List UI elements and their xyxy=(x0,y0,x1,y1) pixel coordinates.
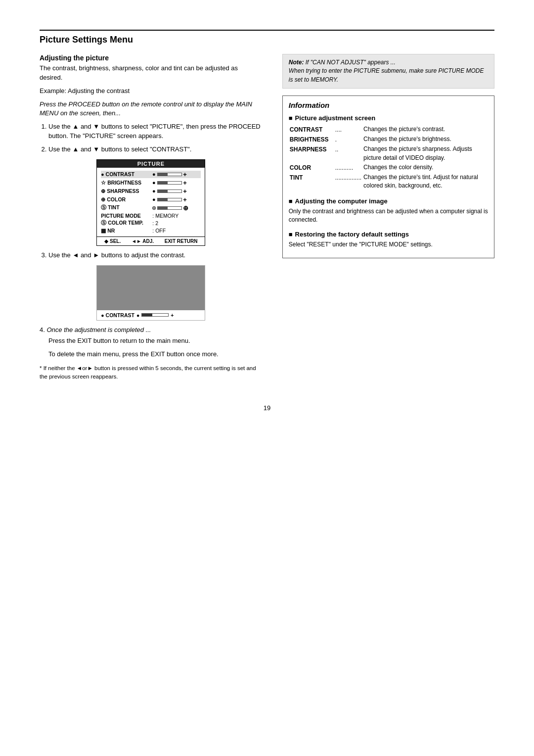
ps-row-sharpness: ⊕ SHARPNESS ● + xyxy=(101,188,201,195)
step-2: Use the ▲ and ▼ buttons to select "CONTR… xyxy=(48,145,263,154)
info-color-row: COLOR ........... Changes the color dens… xyxy=(290,163,487,172)
info-computer-body: Only the contrast and brightness can be … xyxy=(289,207,488,225)
example-label: Example: Adjusting the contrast xyxy=(40,87,263,96)
info-contrast-row: CONTRAST .... Changes the picture's cont… xyxy=(290,125,487,134)
page-number: 19 xyxy=(40,404,494,412)
picture-screen-title: PICTURE xyxy=(97,160,205,168)
information-box: Information Picture adjustment screen CO… xyxy=(282,95,494,258)
step3-list: Use the ◄ and ► buttons to adjust the co… xyxy=(40,251,263,260)
ps-row-contrast: ● CONTRAST ● + xyxy=(101,171,201,178)
note-label: Note: xyxy=(289,59,304,66)
info-subheading-computer: Adjusting the computer image xyxy=(289,197,488,205)
ps-nav: ◆ SEL. ◄► ADJ. EXIT RETURN xyxy=(97,236,205,245)
picture-adjustment-table: CONTRAST .... Changes the picture's cont… xyxy=(289,124,488,191)
note-box: Note: If "CAN NOT ADJUST" appears ... Wh… xyxy=(282,54,494,89)
ps-row-nr: ▦ NR : OFF xyxy=(101,228,201,234)
left-column: Adjusting the picture The contrast, brig… xyxy=(40,54,267,384)
steps-list: Use the ▲ and ▼ buttons to select "PICTU… xyxy=(40,122,263,154)
step4-body: Press the EXIT button to return to the m… xyxy=(48,336,263,359)
adjusting-picture-desc: The contrast, brightness, sharpness, col… xyxy=(40,64,263,83)
info-sharpness-row: SHARPNESS .. Changes the picture's sharp… xyxy=(290,145,487,162)
contrast-screen: ● CONTRAST ● + xyxy=(96,265,205,321)
ps-row-brightness: ☆ BRIGHTNESS ● + xyxy=(101,179,201,187)
step-3: Use the ◄ and ► buttons to adjust the co… xyxy=(48,251,263,260)
ps-row-picturemode: PICTURE MODE : MEMORY xyxy=(101,213,201,219)
ps-label-contrast: ● CONTRAST xyxy=(101,171,150,177)
page-title: Picture Settings Menu xyxy=(40,30,494,45)
picture-screen: PICTURE ● CONTRAST ● + ☆ BRIGHTNESS ● xyxy=(96,159,205,246)
contrast-screen-bar: ● CONTRAST ● + xyxy=(97,310,205,320)
ps-row-color: ⊕ COLOR ● + xyxy=(101,196,201,203)
right-column: Note: If "CAN NOT ADJUST" appears ... Wh… xyxy=(282,54,494,384)
ps-row-colortemp: Ⓢ COLOR TEMP. : 2 xyxy=(101,220,201,227)
note-italic-body: When trying to enter the PICTURE submenu… xyxy=(289,67,484,83)
step-1: Use the ▲ and ▼ buttons to select "PICTU… xyxy=(48,122,263,141)
italic-instruction: Press the PROCEED button on the remote c… xyxy=(40,100,263,119)
info-tint-row: TINT ................ Changes the pictur… xyxy=(290,173,487,190)
info-subheading-restore: Restoring the factory default settings xyxy=(289,231,488,238)
info-restore-body: Select "RESET" under the "PICTURE MODE" … xyxy=(289,240,488,249)
note-italic-part: If "CAN NOT ADJUST" appears ... xyxy=(306,59,396,66)
info-title: Information xyxy=(289,101,488,109)
info-subheading-picture: Picture adjustment screen xyxy=(289,114,488,122)
ps-row-tint: Ⓢ TINT ⊕ ⊕ xyxy=(101,204,201,212)
contrast-screen-bg xyxy=(97,266,205,310)
picture-screen-body: ● CONTRAST ● + ☆ BRIGHTNESS ● + xyxy=(97,168,205,236)
step4-sub1: Press the EXIT button to return to the m… xyxy=(48,336,263,346)
step4-sub2: To delete the main menu, press the EXIT … xyxy=(48,350,263,359)
footnote: * If neither the ◄or► button is pressed … xyxy=(40,364,263,380)
adjusting-picture-heading: Adjusting the picture xyxy=(40,54,263,62)
info-brightness-row: BRIGHTNESS . Changes the picture's brigh… xyxy=(290,135,487,144)
step4-header: 4. Once the adjustment is completed ... xyxy=(40,326,263,335)
